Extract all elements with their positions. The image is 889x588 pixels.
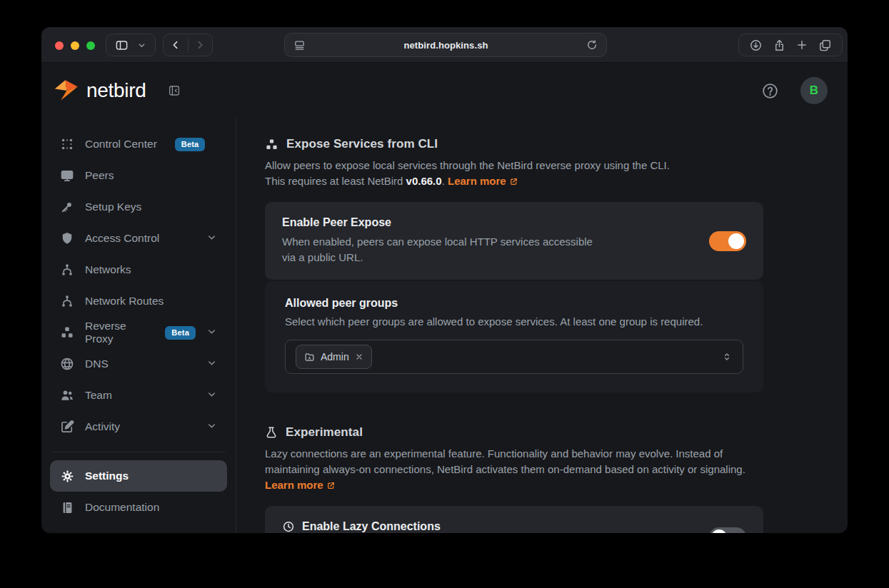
enable-peer-expose-card: Enable Peer Expose When enabled, peers c… — [265, 202, 763, 280]
sidebar-item-activity[interactable]: Activity — [50, 411, 227, 442]
sidebar-item-label: DNS — [85, 358, 109, 370]
netbird-bird-icon — [54, 79, 80, 102]
shield-icon — [60, 231, 74, 245]
experimental-text: Lazy connections are an experimental fea… — [265, 447, 745, 475]
chevrons-up-down-icon — [721, 351, 733, 363]
share-icon[interactable] — [773, 39, 786, 52]
group-tag-label: Admin — [321, 351, 349, 363]
gear-icon — [60, 469, 74, 483]
card-title: Enable Peer Expose — [282, 216, 709, 229]
peer-groups-select[interactable]: Admin — [285, 340, 743, 374]
settings-content: Expose Services from CLI Allow peers to … — [236, 118, 848, 533]
section-title: Experimental — [286, 425, 363, 440]
peer-expose-toggle[interactable] — [709, 231, 746, 251]
remove-tag-icon[interactable] — [355, 353, 363, 361]
sidebar-item-control-center[interactable]: Control Center Beta — [50, 128, 227, 160]
nav-buttons — [163, 34, 213, 56]
sidebar-item-networks[interactable]: Networks — [50, 254, 227, 285]
boxes-icon — [265, 138, 278, 151]
key-icon — [60, 200, 74, 214]
chevron-down-icon — [206, 232, 217, 245]
chevron-down-icon — [206, 358, 217, 371]
avatar[interactable]: B — [800, 77, 828, 104]
toggle-knob — [711, 529, 727, 534]
sidebar-item-label: Team — [85, 389, 112, 402]
reload-icon[interactable] — [586, 39, 598, 51]
help-icon[interactable] — [761, 82, 779, 100]
url-text: netbird.hopkins.sh — [306, 40, 586, 51]
lazy-connections-toggle[interactable] — [709, 527, 746, 534]
allowed-peer-groups-panel: Allowed peer groups Select which peer gr… — [265, 281, 763, 392]
learn-more-link[interactable]: Learn more — [265, 479, 323, 491]
sidebar-item-label: Network Routes — [85, 295, 164, 308]
back-icon[interactable] — [164, 34, 188, 56]
address-bar[interactable]: netbird.hopkins.sh — [284, 33, 607, 57]
experimental-section-header: Experimental — [265, 425, 848, 440]
activity-icon — [60, 420, 74, 434]
sidebar-item-team[interactable]: Team — [50, 380, 227, 411]
tab-overview-icon[interactable] — [818, 39, 832, 52]
sidebar-item-documentation[interactable]: Documentation — [50, 492, 227, 523]
control-center-icon — [60, 137, 74, 151]
network-icon — [60, 263, 74, 277]
document-icon — [60, 500, 74, 514]
sidebar-toggle-group — [106, 34, 156, 56]
new-tab-icon[interactable] — [795, 39, 808, 51]
sidebar-item-label: Settings — [85, 470, 129, 482]
card-description: When enabled, peers can expose local HTT… — [282, 234, 603, 265]
sidebar-item-setup-keys[interactable]: Setup Keys — [50, 191, 227, 223]
sidebar-toggle-icon[interactable] — [115, 39, 129, 52]
expose-description-line1: Allow peers to expose local services thr… — [265, 158, 763, 173]
sidebar-item-label: Control Center — [85, 138, 157, 151]
close-window-button[interactable] — [55, 41, 64, 50]
netbird-logo[interactable]: netbird — [54, 79, 146, 102]
chevron-down-icon — [206, 326, 217, 340]
group-tag-admin[interactable]: Admin — [296, 345, 372, 369]
sidebar-item-peers[interactable]: Peers — [50, 160, 227, 191]
panel-title: Allowed peer groups — [285, 297, 743, 310]
app-header: netbird B — [41, 63, 848, 118]
download-icon[interactable] — [749, 39, 763, 52]
chevron-down-icon — [206, 420, 217, 434]
panel-collapse-icon[interactable] — [168, 84, 181, 97]
sidebar-item-settings[interactable]: Settings — [50, 460, 227, 492]
expose-description-line2: This requires at least NetBird v0.66.0. … — [265, 173, 763, 191]
sidebar-item-label: Networks — [85, 263, 131, 276]
beta-badge: Beta — [175, 138, 206, 151]
zoom-window-button[interactable] — [86, 41, 95, 50]
chevron-down-icon[interactable] — [137, 41, 146, 50]
beta-badge: Beta — [165, 326, 196, 340]
minimize-window-button[interactable] — [71, 41, 79, 50]
sidebar-item-label: Reverse Proxy — [85, 320, 147, 345]
brand-name: netbird — [86, 79, 146, 102]
toggle-knob — [728, 233, 744, 249]
avatar-letter: B — [810, 83, 818, 98]
experimental-description: Lazy connections are an experimental fea… — [265, 446, 763, 495]
sidebar-item-dns[interactable]: DNS — [50, 348, 227, 380]
sidebar-item-label: Setup Keys — [85, 201, 141, 213]
learn-more-link[interactable]: Learn more — [448, 175, 506, 187]
enable-lazy-connections-card: Enable Lazy Connections Allow to establi… — [265, 506, 763, 533]
sidebar-item-label: Activity — [85, 420, 120, 433]
forward-icon[interactable] — [188, 34, 212, 56]
sidebar: Control Center Beta Peers Setup Keys — [41, 118, 236, 533]
browser-window: netbird.hopkins.sh — [41, 27, 848, 533]
expose-section-header: Expose Services from CLI — [265, 137, 848, 151]
sidebar-item-label: Peers — [85, 169, 114, 182]
panel-description: Select which peer groups are allowed to … — [285, 315, 743, 328]
period-text: . — [442, 175, 448, 187]
sidebar-item-access-control[interactable]: Access Control — [50, 223, 227, 254]
requires-text: This requires at least NetBird — [265, 175, 406, 187]
monitor-icon — [60, 168, 74, 183]
chevron-down-icon — [206, 389, 217, 402]
toolbar-actions — [738, 34, 843, 56]
boxes-icon — [60, 325, 74, 340]
sidebar-item-reverse-proxy[interactable]: Reverse Proxy Beta — [50, 317, 227, 348]
folder-group-icon — [304, 352, 315, 363]
card-title: Enable Lazy Connections — [302, 520, 441, 533]
external-link-icon — [509, 175, 518, 191]
reader-icon[interactable] — [293, 39, 306, 51]
section-title: Expose Services from CLI — [286, 137, 438, 151]
sidebar-item-network-routes[interactable]: Network Routes — [50, 285, 227, 317]
window-controls — [55, 41, 95, 50]
